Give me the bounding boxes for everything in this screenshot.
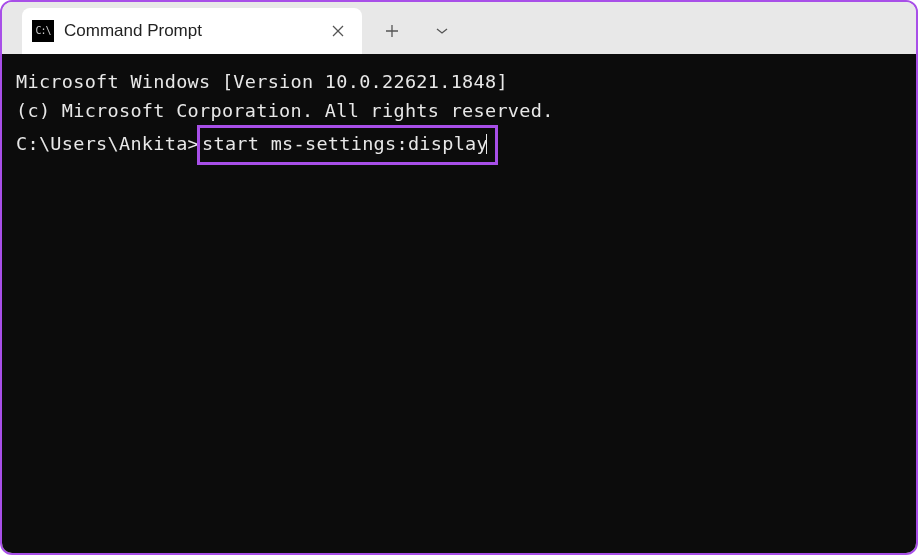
tab-dropdown-button[interactable] [420,12,464,50]
cmd-icon-glyph: C:\ [35,26,50,36]
terminal-output[interactable]: Microsoft Windows [Version 10.0.22621.18… [2,54,916,553]
version-line: Microsoft Windows [Version 10.0.22621.18… [16,68,902,97]
tab-bar: C:\ Command Prompt [2,2,916,54]
text-cursor [486,134,488,154]
copyright-line: (c) Microsoft Corporation. All rights re… [16,97,902,126]
new-tab-button[interactable] [370,12,414,50]
prompt-line: C:\Users\Ankita>start ms-settings:displa… [16,125,902,165]
tab-command-prompt[interactable]: C:\ Command Prompt [22,8,362,54]
prompt-text: C:\Users\Ankita> [16,133,199,154]
tab-title: Command Prompt [64,21,324,41]
chevron-down-icon [435,27,449,35]
plus-icon [385,24,399,38]
command-text: start ms-settings:display [202,133,488,154]
close-tab-button[interactable] [324,17,352,45]
command-highlight: start ms-settings:display [197,125,498,165]
tab-actions [370,8,464,54]
cmd-icon: C:\ [32,20,54,42]
close-icon [332,25,344,37]
